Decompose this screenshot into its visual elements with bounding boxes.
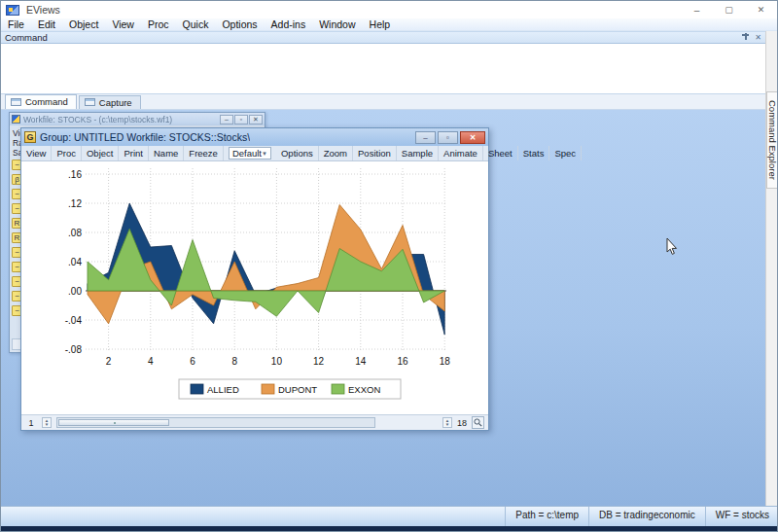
object-button[interactable]: Object xyxy=(82,146,119,160)
menu-item-proc[interactable]: Proc xyxy=(141,18,176,30)
workfile-close-icon[interactable]: ✕ xyxy=(249,115,263,124)
x-tick-label: 6 xyxy=(190,356,195,367)
title-bar: EViews xyxy=(1,1,777,18)
x-tick-label: 10 xyxy=(271,356,283,367)
close-pane-icon[interactable]: ✕ xyxy=(755,34,761,42)
print-button[interactable]: Print xyxy=(119,146,149,160)
group-minimize-icon[interactable]: – xyxy=(415,131,436,144)
options-button[interactable]: Options xyxy=(276,146,319,160)
app-title: EViews xyxy=(26,4,60,16)
group-toolbar: ViewProcObjectPrintNameFreeze Default ▼ … xyxy=(21,146,488,161)
range-start-label: 1 xyxy=(25,418,37,428)
magnifier-icon xyxy=(474,418,482,427)
x-tick-label: 2 xyxy=(106,356,112,367)
right-dock-strip: Command Explorer xyxy=(765,31,778,506)
menu-item-options[interactable]: Options xyxy=(215,18,264,30)
workfile-minimize-icon[interactable]: – xyxy=(220,115,233,124)
view-button[interactable]: View xyxy=(21,146,52,160)
mouse-cursor xyxy=(666,238,678,256)
dock-tab-capture[interactable]: Capture xyxy=(79,95,141,109)
menu-item-window[interactable]: Window xyxy=(312,18,362,30)
graph-type-combobox[interactable]: Default ▼ xyxy=(229,147,271,160)
command-explorer-tab[interactable]: Command Explorer xyxy=(766,91,778,189)
menu-item-quick[interactable]: Quick xyxy=(176,18,216,30)
x-tick-label: 16 xyxy=(397,356,408,367)
range-end-stepper[interactable]: ▲▼ xyxy=(442,417,452,428)
minimize-icon[interactable] xyxy=(681,1,713,18)
animate-button[interactable]: Animate xyxy=(439,146,483,160)
dock-tab-command[interactable]: Command xyxy=(5,94,77,109)
workfile-title-bar[interactable]: Workfile: STOCKS - (c:\temp\stocks.wf1) … xyxy=(10,113,265,125)
x-tick-label: 14 xyxy=(355,356,367,367)
group-icon: G xyxy=(24,131,36,143)
dock-tab-label: Command xyxy=(25,96,68,107)
menu-item-help[interactable]: Help xyxy=(363,18,398,30)
range-end-label: 18 xyxy=(457,418,467,428)
y-tick-label: .12 xyxy=(68,198,82,209)
range-start-stepper[interactable]: ▲▼ xyxy=(42,417,52,428)
close-icon[interactable] xyxy=(745,1,777,18)
x-tick-label: 8 xyxy=(231,356,237,367)
menu-bar: FileEditObjectViewProcQuickOptionsAdd-in… xyxy=(1,18,777,31)
status-field: DB = tradingeconomic xyxy=(588,507,705,526)
legend-label: EXXON xyxy=(348,384,380,395)
menu-item-object[interactable]: Object xyxy=(62,18,105,30)
command-pane-header: Command ✕ xyxy=(1,31,765,43)
zoom-button[interactable]: Zoom xyxy=(319,146,353,160)
bottom-strip xyxy=(1,526,778,532)
command-input-area[interactable] xyxy=(1,43,765,94)
workfile-title: Workfile: STOCKS - (c:\temp\stocks.wf1) xyxy=(23,115,172,124)
y-tick-label: .08 xyxy=(68,228,82,238)
legend-swatch-exxon xyxy=(332,384,344,394)
y-tick-label: -.08 xyxy=(65,344,83,355)
dock-tab-label: Capture xyxy=(99,97,132,108)
workfile-maximize-icon[interactable]: ▫ xyxy=(234,115,248,124)
graph-range-slider: 1 ▲▼ ▲▼ 18 xyxy=(21,414,488,430)
group-window: G Group: UNTITLED Workfile: STOCKS::Stoc… xyxy=(20,127,489,431)
maximize-icon[interactable] xyxy=(713,1,745,18)
legend-swatch-allied xyxy=(191,384,203,394)
pin-icon[interactable] xyxy=(742,33,749,42)
command-pane-title: Command xyxy=(5,32,48,43)
chevron-down-icon: ▼ xyxy=(262,151,267,157)
freeze-button[interactable]: Freeze xyxy=(184,146,224,160)
graph-zoom-button[interactable] xyxy=(472,416,484,429)
x-tick-label: 4 xyxy=(148,356,154,367)
window-icon xyxy=(85,98,95,106)
command-dock-tabs: CommandCapture xyxy=(1,94,765,110)
y-tick-label: -.04 xyxy=(65,315,83,326)
legend-swatch-dupont xyxy=(262,384,274,394)
legend-label: ALLIED xyxy=(207,384,239,395)
group-title: Group: UNTITLED Workfile: STOCKS::Stocks… xyxy=(40,131,250,143)
range-scrollbar[interactable] xyxy=(56,417,375,428)
stats-button[interactable]: Stats xyxy=(518,146,550,160)
y-tick-label: .04 xyxy=(68,257,82,267)
y-tick-label: .16 xyxy=(68,169,82,180)
position-button[interactable]: Position xyxy=(353,146,397,160)
window-icon xyxy=(11,98,21,106)
group-maximize-icon[interactable]: ▫ xyxy=(438,131,458,144)
graph-type-value: Default xyxy=(232,148,262,159)
app-icon xyxy=(6,5,19,16)
stock-area-chart: .16.12.08.04.00-.04-.0824681012141618ALL… xyxy=(21,161,488,414)
status-field: WF = stocks xyxy=(705,507,778,526)
sheet-button[interactable]: Sheet xyxy=(483,146,518,160)
menu-item-file[interactable]: File xyxy=(1,18,31,30)
menu-item-addins[interactable]: Add-ins xyxy=(265,18,313,30)
status-bar: Path = c:\tempDB = tradingeconomicWF = s… xyxy=(1,506,778,526)
graph-client-area: .16.12.08.04.00-.04-.0824681012141618ALL… xyxy=(21,161,488,414)
window-controls xyxy=(681,1,777,18)
x-tick-label: 18 xyxy=(440,356,451,367)
group-title-bar[interactable]: G Group: UNTITLED Workfile: STOCKS::Stoc… xyxy=(21,128,488,146)
range-scrollbar-thumb[interactable] xyxy=(58,419,169,426)
mdi-desktop: Workfile: STOCKS - (c:\temp\stocks.wf1) … xyxy=(1,110,765,506)
menu-item-view[interactable]: View xyxy=(105,18,141,30)
menu-item-edit[interactable]: Edit xyxy=(31,18,62,30)
name-button[interactable]: Name xyxy=(149,146,184,160)
legend-label: DUPONT xyxy=(278,384,317,395)
group-close-icon[interactable]: ✕ xyxy=(460,131,485,144)
spec-button[interactable]: Spec xyxy=(549,146,582,160)
sample-button[interactable]: Sample xyxy=(397,146,439,160)
status-field: Path = c:\temp xyxy=(505,507,588,526)
proc-button[interactable]: Proc xyxy=(52,146,82,160)
